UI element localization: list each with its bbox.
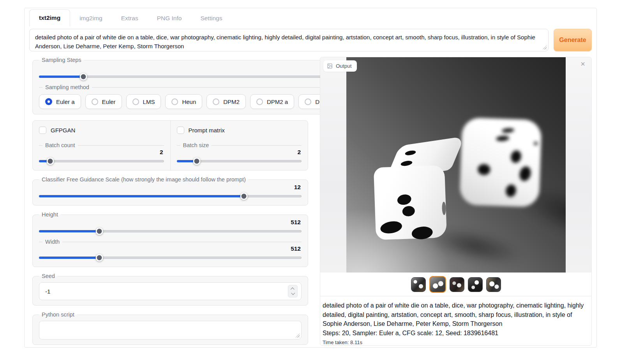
dimensions-group: Height 512 Width 512 <box>32 211 308 267</box>
radio-label: LMS <box>143 98 155 105</box>
slider-thumb[interactable] <box>96 254 103 262</box>
chevron-down-icon <box>291 291 295 295</box>
batch-count-group: Batch count 2 <box>33 139 170 170</box>
generation-info: detailed photo of a pair of white die on… <box>320 296 591 345</box>
image-icon <box>327 63 333 69</box>
batch-size-slider[interactable] <box>177 157 302 165</box>
radio-icon <box>171 98 178 105</box>
tab-img2img[interactable]: img2img <box>70 11 112 26</box>
gfpgan-label: GFPGAN <box>51 127 75 134</box>
sampling-steps-label: Sampling Steps <box>39 57 84 63</box>
thumbnail-1[interactable] <box>411 277 426 292</box>
prompt-matrix-label: Prompt matrix <box>189 127 225 134</box>
batch-size-value: 2 <box>177 149 301 156</box>
prompt-matrix-cell: Prompt matrix <box>170 121 308 139</box>
slider-thumb[interactable] <box>96 228 103 235</box>
radio-label: DPM2 <box>223 98 240 105</box>
thumbnail-2-selected[interactable] <box>429 276 446 293</box>
die-right <box>459 118 542 207</box>
die-body <box>459 118 542 207</box>
cfg-slider[interactable] <box>39 192 302 200</box>
output-panel-label: Output <box>336 63 352 69</box>
height-slider[interactable] <box>39 227 302 235</box>
cfg-group: Classifier Free Guidance Scale (how stro… <box>32 176 308 206</box>
batch-size-group: Batch size 2 <box>170 139 308 170</box>
generated-image[interactable] <box>346 57 566 273</box>
die-left <box>372 143 453 240</box>
batch-count-value: 2 <box>39 149 163 156</box>
thumbnail-4[interactable] <box>468 277 483 292</box>
seed-label: Seed <box>39 273 58 279</box>
radio-icon <box>256 98 263 105</box>
prompt-input[interactable]: detailed photo of a pair of white die on… <box>29 29 549 51</box>
thumbnail-3[interactable] <box>450 277 464 292</box>
close-icon[interactable]: × <box>580 60 585 68</box>
width-label: Width <box>39 239 302 245</box>
chevron-up-icon <box>291 287 295 291</box>
gfpgan-cell: GFPGAN <box>33 121 170 139</box>
radio-icon <box>92 98 98 105</box>
python-script-group: Python script <box>32 311 308 345</box>
output-gallery: Output × <box>320 57 592 346</box>
resize-handle-icon[interactable] <box>542 44 547 49</box>
cfg-label: Classifier Free Guidance Scale (how stro… <box>39 176 249 183</box>
batch-size-label: Batch size <box>177 142 302 148</box>
slider-fill <box>39 257 99 259</box>
tab-bar: txt2img img2img Extras PNG Info Settings <box>25 8 596 26</box>
radio-lms[interactable]: LMS <box>126 94 161 109</box>
width-value: 512 <box>39 245 301 252</box>
batch-count-label: Batch count <box>39 142 164 148</box>
slider-fill <box>39 230 99 232</box>
thumbnail-strip <box>320 273 591 296</box>
seed-value: -1 <box>45 288 50 295</box>
batch-count-slider[interactable] <box>39 157 164 165</box>
slider-thumb[interactable] <box>79 73 87 81</box>
viewer-blur-left <box>320 57 349 273</box>
radio-label: DPM2 a <box>267 98 288 105</box>
radio-icon <box>45 98 52 105</box>
slider-thumb[interactable] <box>193 158 200 165</box>
radio-dpm2-a[interactable]: DPM2 a <box>250 94 294 109</box>
python-script-label: Python script <box>39 311 77 318</box>
image-viewer: Output × <box>320 57 591 273</box>
slider-thumb[interactable] <box>240 193 247 200</box>
radio-icon <box>213 98 219 105</box>
generate-button[interactable]: Generate <box>554 29 592 51</box>
seed-input[interactable]: -1 <box>39 282 302 300</box>
radio-dpm2[interactable]: DPM2 <box>206 94 246 109</box>
height-value: 512 <box>39 219 301 226</box>
radio-icon <box>305 98 311 105</box>
radio-euler-a[interactable]: Euler a <box>39 94 81 109</box>
radio-icon <box>132 98 139 105</box>
resize-handle-icon[interactable] <box>295 332 300 338</box>
slider-thumb[interactable] <box>46 158 54 165</box>
seed-group: Seed -1 <box>32 273 308 306</box>
output-panel-chip: Output <box>323 60 357 72</box>
slider-fill <box>39 195 244 197</box>
slider-fill <box>39 76 83 78</box>
tab-settings[interactable]: Settings <box>191 11 231 26</box>
thumbnail-5[interactable] <box>486 277 501 292</box>
gfpgan-checkbox[interactable] <box>39 127 46 134</box>
output-prompt-text: detailed photo of a pair of white die on… <box>323 301 589 329</box>
viewer-blur-right <box>563 57 591 273</box>
output-params-text: Steps: 20, Sampler: Euler a, CFG scale: … <box>323 329 589 338</box>
python-script-input[interactable] <box>39 321 302 339</box>
prompt-matrix-checkbox[interactable] <box>177 127 184 134</box>
tab-txt2img[interactable]: txt2img <box>29 9 70 26</box>
tab-extras[interactable]: Extras <box>112 11 148 26</box>
app-window: txt2img img2img Extras PNG Info Settings… <box>24 8 597 348</box>
output-column: Output × <box>320 57 592 346</box>
width-slider[interactable] <box>39 254 302 262</box>
settings-column: Sampling Steps 20 Sampling method Euler … <box>32 57 308 346</box>
stepper-arrows-icon[interactable] <box>288 285 298 297</box>
batch-options-panel: GFPGAN Prompt matrix Batch count 2 <box>32 120 308 171</box>
radio-label: Euler a <box>56 98 75 105</box>
radio-euler[interactable]: Euler <box>85 94 122 109</box>
radio-label: Euler <box>102 98 116 105</box>
radio-label: Heun <box>182 98 196 105</box>
radio-heun[interactable]: Heun <box>165 94 202 109</box>
height-label: Height <box>39 211 61 218</box>
tab-png-info[interactable]: PNG Info <box>148 11 191 26</box>
cfg-value: 12 <box>39 184 301 191</box>
